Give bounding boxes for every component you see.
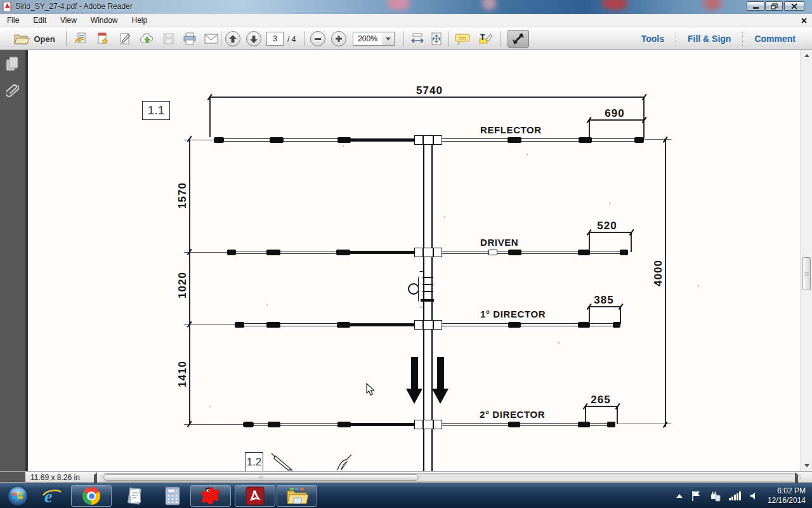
fullscreen-button[interactable] <box>508 30 529 48</box>
chrome-icon <box>82 487 100 505</box>
director2-element <box>243 423 615 426</box>
close-icon <box>791 3 797 10</box>
tab-tools[interactable]: Tools <box>630 31 676 46</box>
taskbar-calculator[interactable]: 0 <box>156 485 189 507</box>
figure-1-1-label: 1.1 <box>142 101 170 120</box>
down-arrow-icon <box>437 357 444 390</box>
window-title: Sirio_SY_27-4.pdf - Adobe Reader <box>15 2 133 11</box>
svg-text:T: T <box>480 33 485 42</box>
reflector-element <box>214 138 644 142</box>
page-down-icon <box>250 35 258 43</box>
minimize-button[interactable] <box>747 1 764 11</box>
menu-window[interactable]: Window <box>84 14 125 27</box>
menu-edit[interactable]: Edit <box>26 14 53 27</box>
zoom-level-input[interactable]: 200% <box>353 32 383 46</box>
taskbar-adobe-reader[interactable] <box>235 485 275 507</box>
scroll-down-button[interactable] <box>802 462 811 470</box>
restore-button[interactable] <box>765 1 783 11</box>
glass-blur-blob <box>703 0 722 10</box>
start-button[interactable] <box>1 485 34 507</box>
email-button[interactable] <box>202 30 221 47</box>
dim-5740: 5740 <box>401 84 458 97</box>
taskbar-file-explorer[interactable] <box>277 485 317 507</box>
volume-speaker-icon[interactable] <box>749 491 759 501</box>
print-button[interactable] <box>180 30 199 47</box>
fit-width-icon <box>410 32 424 45</box>
dim-265: 265 <box>575 394 626 406</box>
horizontal-scrollbar[interactable] <box>102 473 801 482</box>
fit-page-button[interactable] <box>428 30 445 47</box>
fit-width-button[interactable] <box>409 30 426 47</box>
internet-explorer-icon: e <box>41 486 63 505</box>
close-pane-icon[interactable] <box>801 18 807 23</box>
attachments-paperclip-icon[interactable] <box>6 82 19 100</box>
horizontal-scroll-thumb[interactable] <box>103 474 419 481</box>
page-number-input[interactable]: 3 <box>266 32 284 46</box>
scroll-up-button[interactable] <box>802 51 811 60</box>
status-bar: 11.69 x 8.26 in <box>0 471 812 483</box>
open-label: Open <box>34 34 55 44</box>
close-button[interactable] <box>784 1 804 11</box>
taskbar-internet-explorer[interactable]: e <box>36 485 69 507</box>
sign-document-button[interactable] <box>115 30 134 47</box>
zoom-out-button[interactable] <box>310 30 325 47</box>
restore-icon <box>771 3 778 10</box>
taskbar-red-app[interactable] <box>190 485 231 507</box>
down-arrow-icon <box>411 357 418 390</box>
plus-icon <box>335 35 343 43</box>
clock-time: 6:02 PM <box>768 486 806 496</box>
mouse-cursor <box>366 383 376 396</box>
upload-cloud-button[interactable] <box>138 30 157 47</box>
highlight-text-button[interactable]: T <box>475 30 495 47</box>
menu-help[interactable]: Help <box>125 14 155 27</box>
director1-label: 1° DIRECTOR <box>480 309 546 319</box>
open-button[interactable]: Open <box>8 30 61 47</box>
page-thumbnails-icon[interactable] <box>6 57 20 72</box>
glass-blur-blob <box>482 0 496 10</box>
taskbar-clock[interactable]: 6:02 PM 12/16/2014 <box>768 486 806 505</box>
svg-text:e: e <box>44 486 52 505</box>
taskbar-notepad[interactable] <box>118 485 151 507</box>
zoom-in-button[interactable] <box>331 30 346 47</box>
create-pdf-icon <box>96 32 110 46</box>
previous-page-button[interactable] <box>225 30 240 47</box>
share-document-button[interactable] <box>71 30 90 47</box>
right-tab-group: Tools Fill & Sign Comment <box>630 30 807 48</box>
dim-1020: 1020 <box>176 260 189 311</box>
director1-element <box>235 323 620 326</box>
taskbar: e 0 <box>0 483 812 508</box>
adobe-pdf-app-icon <box>3 2 12 11</box>
feed-connector <box>488 250 497 255</box>
page-total-label: / 4 <box>287 35 296 44</box>
navigation-pane <box>0 50 25 471</box>
comment-bubble-icon <box>455 32 470 45</box>
save-button[interactable] <box>160 30 178 47</box>
adobe-reader-icon <box>246 486 265 505</box>
menu-view[interactable]: View <box>53 14 84 27</box>
power-plug-icon[interactable] <box>709 490 721 502</box>
vertical-scroll-thumb[interactable] <box>802 257 811 290</box>
share-document-icon <box>74 32 88 46</box>
menu-file[interactable]: File <box>0 14 26 27</box>
vertical-scrollbar[interactable] <box>801 50 812 471</box>
figure-1-2-partial-sketch <box>266 452 368 471</box>
fullscreen-icon <box>512 32 525 45</box>
email-icon <box>204 33 219 44</box>
create-pdf-button[interactable] <box>93 30 112 47</box>
reflector-label: REFLECTOR <box>480 124 542 135</box>
figure-1-2-label: 1.2 <box>245 452 263 471</box>
action-center-flag-icon[interactable] <box>691 490 701 502</box>
zoom-dropdown-button[interactable] <box>382 32 395 46</box>
system-tray: 6:02 PM 12/16/2014 <box>676 483 812 508</box>
dim-1410: 1410 <box>176 349 189 399</box>
tab-comment[interactable]: Comment <box>743 31 807 46</box>
show-hidden-icons-button[interactable] <box>676 494 683 498</box>
next-page-button[interactable] <box>246 30 261 47</box>
left-dimension-chain <box>189 138 190 424</box>
taskbar-chrome[interactable] <box>71 485 112 507</box>
network-signal-icon[interactable] <box>729 491 741 500</box>
dim-690: 690 <box>589 107 640 120</box>
comment-bubble-button[interactable] <box>452 30 473 47</box>
tab-fill-sign[interactable]: Fill & Sign <box>676 31 742 46</box>
save-icon <box>162 32 175 45</box>
